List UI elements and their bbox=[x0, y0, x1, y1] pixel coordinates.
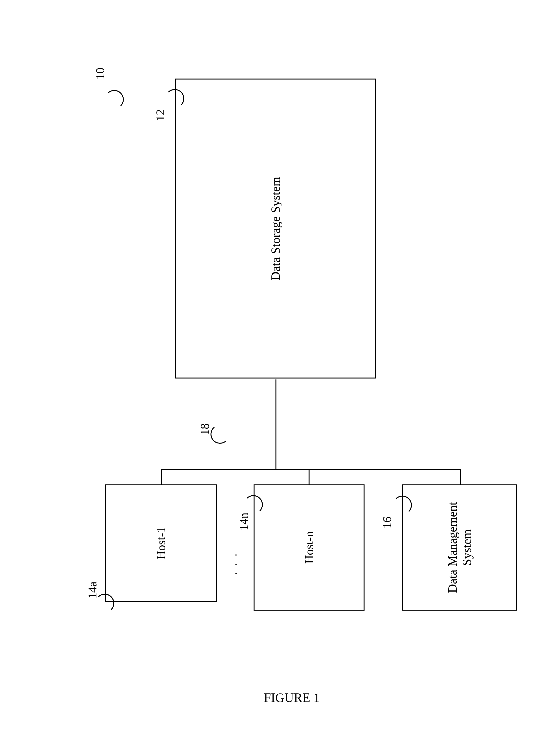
connector-host1 bbox=[161, 469, 162, 484]
ref-16: 16 bbox=[380, 516, 394, 528]
figure-canvas: Data Storage System Host-1 Host-n Data M… bbox=[0, 0, 560, 732]
host-n-box: Host-n bbox=[254, 484, 365, 611]
host-1-label: Host-1 bbox=[154, 527, 168, 559]
ref-18: 18 bbox=[198, 423, 212, 435]
callout-hook-18 bbox=[210, 424, 230, 445]
callout-hook-16 bbox=[393, 496, 412, 515]
ref-14n: 14n bbox=[237, 513, 251, 531]
bus-line bbox=[161, 469, 461, 470]
host-n-label: Host-n bbox=[302, 531, 316, 564]
ref-12: 12 bbox=[153, 109, 167, 121]
data-management-system-box: Data Management System bbox=[402, 484, 517, 611]
host-1-box: Host-1 bbox=[105, 484, 217, 602]
data-storage-system-box: Data Storage System bbox=[175, 79, 376, 378]
hosts-ellipsis: . . . bbox=[227, 552, 239, 575]
data-management-system-label: Data Management System bbox=[445, 502, 474, 593]
connector-dss-to-bus bbox=[275, 379, 276, 470]
dms-label-line1: Data Management bbox=[445, 502, 460, 593]
callout-hook-10 bbox=[105, 90, 124, 109]
callout-hook-14n bbox=[244, 495, 263, 514]
figure-caption: FIGURE 1 bbox=[264, 690, 320, 705]
dms-label-line2: System bbox=[460, 529, 474, 566]
data-storage-system-label: Data Storage System bbox=[268, 177, 282, 281]
connector-hostn bbox=[309, 469, 310, 484]
ref-10: 10 bbox=[93, 68, 107, 80]
ref-14a: 14a bbox=[85, 581, 99, 599]
callout-hook-12 bbox=[165, 89, 184, 108]
connector-dms bbox=[460, 469, 461, 484]
